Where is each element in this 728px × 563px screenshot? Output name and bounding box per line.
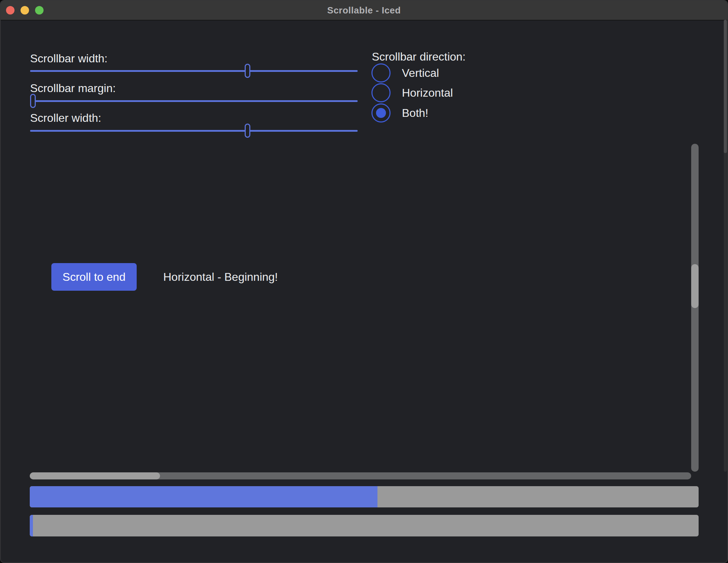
progress-fill — [30, 486, 377, 507]
radio-vertical[interactable] — [371, 63, 391, 83]
scroller-width-slider[interactable] — [30, 123, 358, 138]
radio-horizontal[interactable] — [371, 83, 391, 102]
outer-scroller[interactable] — [724, 20, 727, 153]
app-window: Scrollable - Iced Scrollbar width: Scrol… — [0, 0, 728, 563]
scroll-status-text: Horizontal - Beginning! — [163, 269, 278, 284]
traffic-lights — [6, 1, 44, 20]
progress-fill — [30, 515, 33, 536]
vertical-scrollbar-track[interactable] — [691, 144, 699, 472]
zoom-button[interactable] — [35, 6, 44, 15]
window-title: Scrollable - Iced — [327, 5, 401, 16]
scrollbar-width-slider[interactable] — [30, 63, 358, 79]
scrollbar-direction-heading: Scrollbar direction: — [372, 49, 466, 64]
horizontal-progress-bar — [30, 486, 699, 507]
radio-both[interactable] — [371, 103, 391, 123]
minimize-button[interactable] — [21, 6, 29, 15]
close-button[interactable] — [6, 6, 15, 15]
horizontal-scrollbar-track[interactable] — [30, 472, 691, 479]
outer-scrollbar-track[interactable] — [724, 20, 727, 472]
radio-both-label[interactable]: Both! — [402, 106, 428, 120]
slider-rail[interactable] — [30, 130, 358, 132]
radio-horizontal-label[interactable]: Horizontal — [402, 85, 453, 100]
horizontal-scroller[interactable] — [30, 472, 160, 479]
vertical-scroller[interactable] — [691, 264, 699, 308]
slider-rail[interactable] — [30, 70, 358, 72]
slider-rail[interactable] — [30, 100, 358, 102]
radio-dot — [376, 108, 386, 118]
slider-handle[interactable] — [245, 124, 250, 138]
scrollbar-margin-slider[interactable] — [30, 93, 358, 109]
title-bar[interactable]: Scrollable - Iced — [1, 1, 727, 21]
slider-handle[interactable] — [245, 64, 250, 78]
scroll-to-end-button[interactable]: Scroll to end — [51, 263, 137, 291]
radio-vertical-label[interactable]: Vertical — [402, 66, 439, 80]
slider-handle[interactable] — [30, 94, 36, 108]
vertical-progress-bar — [30, 515, 699, 536]
